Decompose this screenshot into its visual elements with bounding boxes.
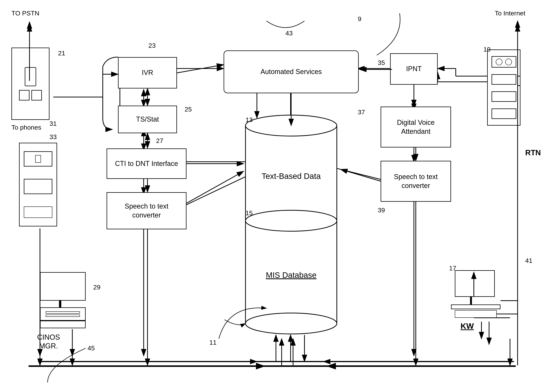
num-31: 31	[49, 120, 57, 127]
speech-left-box: Speech to text converter	[106, 192, 187, 229]
num-11: 11	[209, 339, 217, 346]
phone-device	[11, 48, 49, 120]
num-29: 29	[93, 284, 100, 291]
num-13: 13	[246, 116, 253, 123]
svg-line-71	[187, 171, 244, 203]
bottom-bus	[29, 365, 516, 367]
phones-device	[19, 143, 57, 227]
num-43-arc	[257, 19, 314, 57]
digital-voice-box: Digital Voice Attendant	[381, 106, 451, 147]
svg-text:MIS Database: MIS Database	[266, 271, 316, 279]
num-25: 25	[185, 106, 192, 113]
num-27: 27	[156, 137, 163, 144]
num-9-arc	[343, 11, 409, 65]
svg-point-42	[246, 115, 337, 136]
num-39: 39	[378, 206, 385, 214]
to-phones-label: To phones	[11, 124, 41, 131]
num-21: 21	[58, 49, 65, 57]
ts-stat-box: TS/Stat	[118, 106, 177, 133]
svg-line-68	[177, 65, 224, 73]
cinos-device	[38, 272, 91, 329]
num-23: 23	[148, 42, 156, 49]
ivr-box: IVR	[118, 57, 177, 89]
kw-label: KW	[460, 322, 474, 331]
num-19: 19	[483, 46, 491, 53]
num-33: 33	[49, 133, 57, 141]
to-pstn-label: TO PSTN	[11, 9, 39, 17]
speech-right-box: Speech to text converter	[381, 161, 451, 202]
num-11-arc	[209, 286, 276, 343]
server-rack	[487, 49, 520, 126]
svg-line-67	[341, 169, 381, 181]
kw-workstation	[451, 270, 500, 318]
to-internet-label: To Internet	[495, 9, 525, 17]
rtn-label: RTN	[525, 148, 541, 157]
num-17: 17	[449, 264, 456, 272]
svg-text:Text-Based Data: Text-Based Data	[262, 172, 321, 180]
cti-dnt-box: CTI to DNT Interface	[106, 148, 187, 179]
num-15: 15	[246, 209, 253, 217]
num-37: 37	[358, 108, 365, 116]
num-41: 41	[525, 257, 532, 264]
svg-point-44	[246, 210, 337, 231]
